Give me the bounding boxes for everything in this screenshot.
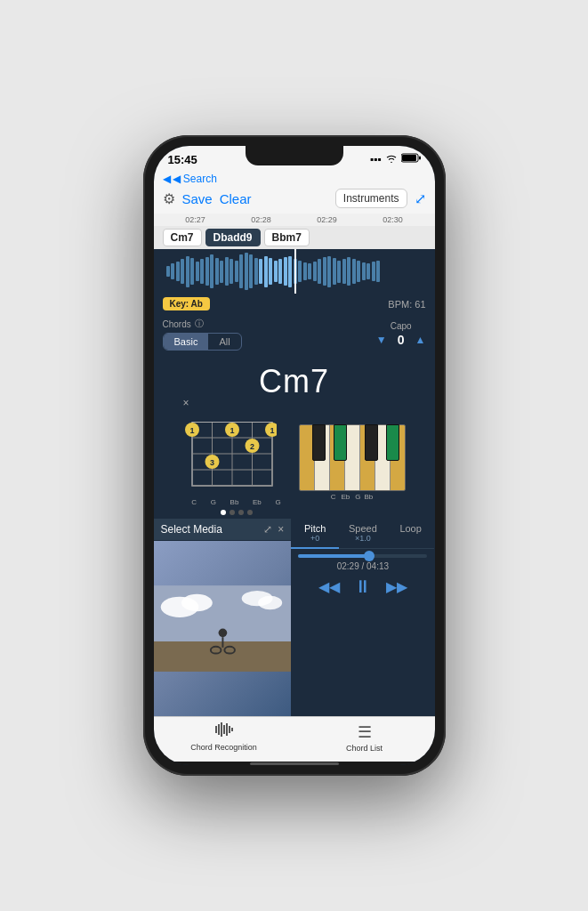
pitch-tab[interactable]: Pitch +0 [291,519,339,549]
status-icons: ▪▪▪ [370,153,421,165]
thumbnail-art [154,541,292,716]
svg-point-27 [258,596,282,609]
playback-buttons: ◀◀ ⏸ ▶▶ [298,576,427,597]
chords-toggle: Basic All [163,333,242,351]
media-close-button[interactable]: × [278,523,284,536]
chord-recognition-tab[interactable]: Chord Recognition [154,722,294,753]
white-key-f [345,425,360,490]
capo-label: Capo [391,321,412,331]
chord-recognition-icon [214,722,234,741]
diagram-dots [183,510,290,515]
timestamp-1: 02:28 [251,215,271,224]
svg-rect-36 [223,725,225,734]
svg-rect-33 [215,726,217,733]
svg-text:1: 1 [270,426,274,435]
svg-text:1: 1 [189,426,194,435]
toolbar: ⚙ Save Clear Instruments ⤢ [163,189,426,208]
timeline-ruler: 02:27 02:28 02:29 02:30 [154,214,435,226]
white-key-c [300,425,315,490]
piano-diagram [299,424,406,491]
status-time: 15:45 [168,153,197,166]
dot-3 [247,510,253,515]
rewind-button[interactable]: ◀◀ [318,578,340,595]
capo-up-button[interactable]: ▲ [415,334,426,346]
chord-recognition-label: Chord Recognition [190,743,257,752]
chords-label: Chords ⓘ [163,318,204,330]
loop-tab[interactable]: Loop [387,519,435,549]
media-title: Select Media [161,523,222,536]
dot-2 [238,510,244,515]
notch [246,146,343,165]
chord-tag-2[interactable]: Bbm7 [264,229,310,246]
guitar-diagram: × [183,409,290,515]
all-toggle[interactable]: All [208,334,240,350]
key-bpm-row: Key: Ab BPM: 61 [154,294,435,314]
progress-fill [298,554,369,558]
expand-button[interactable]: ⤢ [415,190,426,207]
svg-rect-35 [221,722,222,737]
white-key-bb [391,425,405,490]
capo-value: 0 [394,333,408,347]
x-mark: × [183,397,189,409]
white-key-eb [330,425,345,490]
save-button[interactable]: Save [182,191,213,206]
timestamp-2: 02:29 [317,215,337,224]
settings-icon[interactable]: ⚙ [163,190,175,207]
piano-diagram-container: C Eb G Bb [299,424,406,501]
chord-tag-1[interactable]: Dbadd9 [205,229,261,246]
string-labels: C G Bb Eb G [183,498,290,506]
progress-bar[interactable] [298,554,427,558]
piano-note-labels: C Eb G Bb [329,493,375,501]
instruments-button[interactable]: Instruments [335,189,407,208]
bpm-text: BPM: 61 [388,299,425,310]
chords-section: Chords ⓘ Basic All [163,318,242,351]
timestamp-0: 02:27 [185,215,205,224]
clear-button[interactable]: Clear [220,191,252,206]
dot-1 [230,510,235,515]
info-icon[interactable]: ⓘ [195,318,204,330]
svg-text:1: 1 [230,426,234,435]
timestamp-3: 02:30 [383,215,403,224]
speed-tab[interactable]: Speed ×1.0 [339,519,387,549]
chord-list-icon: ☰ [358,722,372,742]
back-arrow-icon: ◀ [163,173,171,185]
white-key-g [360,425,375,490]
search-back[interactable]: ◀ ◀ Search [163,173,426,185]
chord-tag-0[interactable]: Cm7 [163,229,202,246]
svg-rect-39 [231,728,233,731]
svg-text:2: 2 [249,442,254,451]
chord-name: Cm7 [259,363,329,400]
signal-icon: ▪▪▪ [370,153,382,165]
chord-display: Cm7 [154,356,435,404]
waveform-section[interactable] [154,249,435,294]
svg-point-29 [218,629,227,638]
basic-toggle[interactable]: Basic [164,334,209,350]
play-pause-button[interactable]: ⏸ [354,576,372,597]
playhead [294,249,296,294]
time-display: 02:29 / 04:13 [298,561,427,571]
svg-rect-1 [402,155,416,161]
chords-capo-row: Chords ⓘ Basic All Capo ▼ 0 ▲ [154,314,435,356]
svg-rect-37 [226,723,228,736]
white-key-a [375,425,391,490]
progress-thumb[interactable] [364,551,375,561]
dot-0 [221,510,226,515]
wifi-icon [385,153,398,165]
capo-down-button[interactable]: ▼ [376,334,387,346]
key-badge[interactable]: Key: Ab [163,297,210,310]
svg-rect-38 [229,726,230,733]
top-bar: ◀ ◀ Search ⚙ Save Clear Instruments ⤢ [154,171,435,214]
chord-strip: Cm7 Dbadd9 Bbm7 [154,226,435,249]
back-label[interactable]: ◀ Search [173,173,217,185]
media-section: Select Media ⤢ × [154,519,292,716]
media-expand-button[interactable]: ⤢ [263,523,272,536]
capo-controls: ▼ 0 ▲ [376,333,426,347]
phone-frame: 15:45 ▪▪▪ [143,135,446,776]
media-header-icons: ⤢ × [263,523,284,536]
white-key-d [315,425,330,490]
forward-button[interactable]: ▶▶ [386,578,407,595]
media-thumbnail[interactable] [154,541,292,716]
home-bar [250,762,339,765]
home-indicator [154,762,435,765]
chord-list-tab[interactable]: ☰ Chord List [294,722,435,753]
